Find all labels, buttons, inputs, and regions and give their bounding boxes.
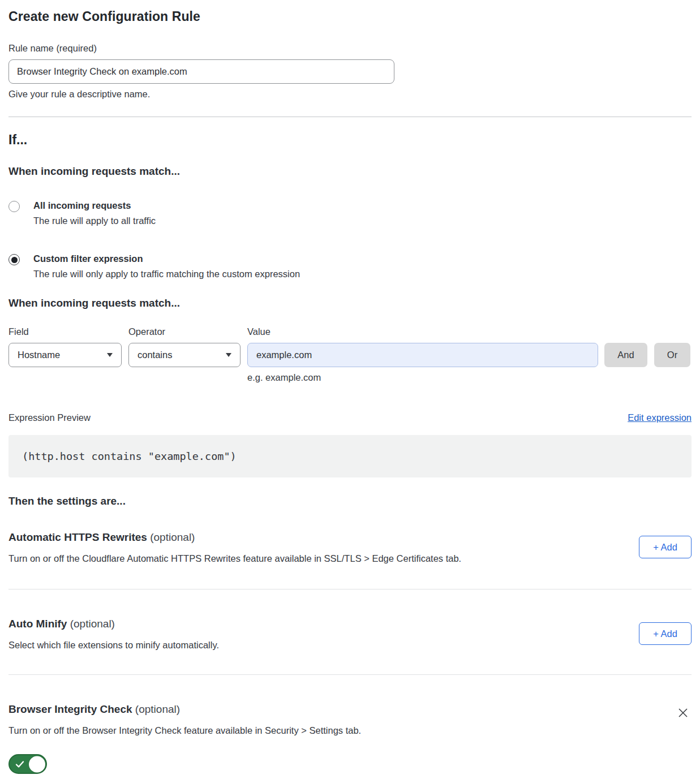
value-hint: e.g. example.com xyxy=(247,372,692,383)
expression-code: (http.host contains "example.com") xyxy=(22,450,237,462)
section-divider xyxy=(8,117,692,117)
or-button[interactable]: Or xyxy=(654,343,690,367)
field-select[interactable]: Hostname xyxy=(8,343,122,367)
setting-description: Turn on or off the Cloudflare Automatic … xyxy=(8,553,461,564)
remove-setting-button[interactable] xyxy=(675,704,692,721)
rule-name-input[interactable] xyxy=(8,59,394,84)
chevron-down-icon xyxy=(107,353,113,357)
setting-title: Auto Minify (optional) xyxy=(8,618,219,630)
chevron-down-icon xyxy=(226,353,231,357)
setting-title: Automatic HTTPS Rewrites (optional) xyxy=(8,531,461,544)
check-icon xyxy=(15,759,25,769)
expression-builder-row: Hostname contains And Or xyxy=(8,343,692,367)
setting-automatic-https-rewrites: Automatic HTTPS Rewrites (optional) Turn… xyxy=(8,531,692,564)
radio-option-all-incoming-requests[interactable]: All incoming requests The rule will appl… xyxy=(8,200,692,226)
section-divider xyxy=(8,674,692,675)
operator-select-value: contains xyxy=(138,350,172,360)
add-automatic-https-rewrites-button[interactable]: + Add xyxy=(639,536,692,558)
create-configuration-rule-form: Create new Configuration Rule Rule name … xyxy=(8,0,692,779)
radio-icon[interactable] xyxy=(8,201,20,212)
radio-description: The rule will only apply to traffic matc… xyxy=(33,269,300,279)
radio-description: The rule will apply to all traffic xyxy=(33,216,156,226)
and-button[interactable]: And xyxy=(604,343,647,367)
value-label: Value xyxy=(247,326,270,337)
expression-preview-box: (http.host contains "example.com") xyxy=(8,435,692,477)
rule-name-help: Give your rule a descriptive name. xyxy=(8,89,692,100)
toggle-knob xyxy=(29,756,45,772)
radio-label: Custom filter expression xyxy=(33,253,300,264)
edit-expression-link[interactable]: Edit expression xyxy=(628,412,692,423)
operator-select[interactable]: contains xyxy=(128,343,241,367)
page-title: Create new Configuration Rule xyxy=(8,9,692,24)
field-select-value: Hostname xyxy=(18,350,60,360)
operator-label: Operator xyxy=(128,326,247,337)
setting-title: Browser Integrity Check (optional) xyxy=(8,703,361,716)
setting-auto-minify: Auto Minify (optional) Select which file… xyxy=(8,618,692,651)
expression-preview-header: Expression Preview Edit expression xyxy=(8,412,692,423)
setting-description: Turn on or off the Browser Integrity Che… xyxy=(8,725,361,736)
builder-heading: When incoming requests match... xyxy=(8,297,692,309)
then-settings-heading: Then the settings are... xyxy=(8,495,692,507)
field-label: Field xyxy=(8,326,128,337)
section-divider xyxy=(8,589,692,589)
setting-description: Select which file extensions to minify a… xyxy=(8,640,219,651)
expression-preview-label: Expression Preview xyxy=(8,412,91,423)
setting-browser-integrity-check: Browser Integrity Check (optional) Turn … xyxy=(8,703,692,736)
value-input[interactable] xyxy=(247,343,598,367)
add-auto-minify-button[interactable]: + Add xyxy=(639,622,692,645)
radio-label: All incoming requests xyxy=(33,200,156,211)
browser-integrity-check-toggle[interactable] xyxy=(8,754,47,774)
radio-icon[interactable] xyxy=(8,254,20,265)
if-heading: If... xyxy=(8,132,692,148)
radio-option-custom-filter-expression[interactable]: Custom filter expression The rule will o… xyxy=(8,253,692,279)
close-icon xyxy=(677,707,689,719)
match-heading: When incoming requests match... xyxy=(8,165,692,178)
rule-name-label: Rule name (required) xyxy=(8,43,692,54)
builder-column-labels: Field Operator Value xyxy=(8,326,692,337)
